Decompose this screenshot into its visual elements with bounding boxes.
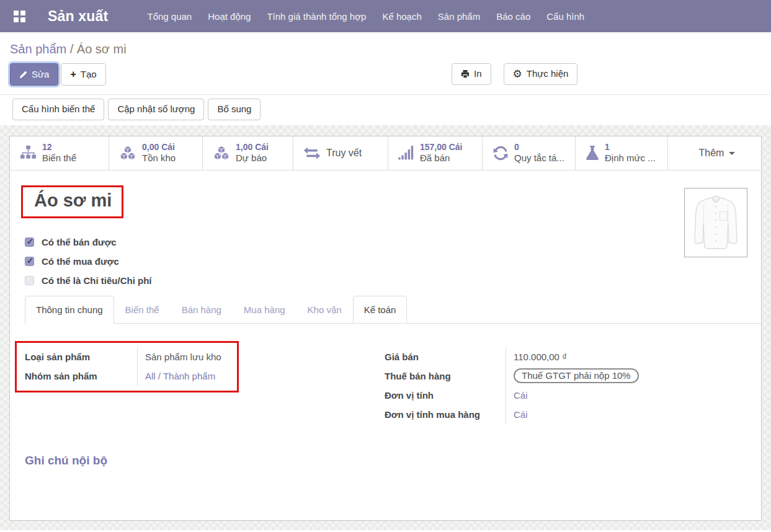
secondary-button-row: Cấu hình biến thể Cập nhật số lượng Bổ s… xyxy=(0,95,771,125)
stat-label: Đã bán xyxy=(420,153,463,164)
stat-value: 0,00 Cái xyxy=(142,142,176,153)
customer-tax-label: Thuế bán hàng xyxy=(385,371,506,381)
action-button-row: Sửa + Tạo In ⚙ Thực hiện xyxy=(0,58,771,94)
breadcrumb-separator: / xyxy=(66,42,77,56)
product-form-sheet: 12 Biến thể 0,00 Cái Tồn kho xyxy=(9,136,762,521)
stat-value: 0 xyxy=(514,142,564,153)
product-type-label: Loại sản phẩm xyxy=(25,352,137,362)
fields-annotation-box: Loại sản phẩm Sản phẩm lưu kho Nhóm sản … xyxy=(15,341,239,392)
action-gear-button[interactable]: ⚙ Thực hiện xyxy=(504,63,578,85)
product-type-row: Loại sản phẩm Sản phẩm lưu kho xyxy=(25,347,237,366)
stat-label: Quy tắc tá... xyxy=(514,153,564,164)
create-button-label: Tạo xyxy=(81,69,97,81)
product-checkbox[interactable] xyxy=(25,237,34,247)
breadcrumb-parent[interactable]: Sản phẩm xyxy=(10,42,66,56)
tax-tag[interactable]: Thuế GTGT phải nộp 10% xyxy=(514,368,639,383)
breadcrumb-current: Áo sơ mi xyxy=(77,42,127,56)
product-title[interactable]: Áo sơ mi xyxy=(34,190,112,211)
product-type-value: Sản phẩm lưu kho xyxy=(137,347,237,366)
stat-onhand-button[interactable]: 0,00 Cái Tồn kho xyxy=(109,136,203,170)
gear-icon: ⚙ xyxy=(513,69,522,79)
plus-icon: + xyxy=(70,68,76,81)
edit-button-label: Sửa xyxy=(32,69,49,81)
tab-general-info[interactable]: Thông tin chung xyxy=(25,296,114,324)
configure-variants-button[interactable]: Cấu hình biến thể xyxy=(12,99,104,120)
apps-grid-icon[interactable] xyxy=(14,11,25,22)
edit-button[interactable]: Sửa xyxy=(10,63,58,86)
stat-bom-button[interactable]: 1 Định mức ... xyxy=(576,136,668,170)
purchase-uom-value[interactable]: Cái xyxy=(506,405,746,424)
tab-variants[interactable]: Biến thể xyxy=(114,296,171,324)
more-dropdown-label: Thêm xyxy=(699,148,724,159)
checkbox-label: Có thể là Chi tiêu/Chi phí xyxy=(42,275,152,286)
create-button[interactable]: + Tạo xyxy=(61,63,105,86)
more-dropdown-button[interactable]: Thêm xyxy=(668,136,761,170)
cubes-icon xyxy=(213,144,230,162)
sales-price-row: Giá bán 110.000,00 ₫ xyxy=(385,347,746,366)
product-category-row: Nhóm sản phẩm All / Thành phẩm xyxy=(25,366,237,386)
stat-forecast-button[interactable]: 1,00 Cái Dự báo xyxy=(203,136,293,170)
product-category-value[interactable]: All / Thành phẩm xyxy=(137,366,237,386)
flask-icon xyxy=(586,145,599,161)
bar-chart-icon xyxy=(398,146,414,161)
product-category-label: Nhóm sản phẩm xyxy=(25,371,137,381)
menu-item-operations[interactable]: Hoạt động xyxy=(200,0,259,32)
tab-accounting[interactable]: Kế toán xyxy=(353,296,408,324)
stat-label: Tồn kho xyxy=(142,153,176,164)
tab-sales[interactable]: Bán hàng xyxy=(171,296,233,324)
stat-sold-button[interactable]: 157,00 Cái Đã bán xyxy=(388,136,483,170)
menu-item-costing[interactable]: Tính giá thành tổng hợp xyxy=(259,0,374,32)
can-be-sold-row[interactable]: Có thể bán được xyxy=(25,233,746,252)
menu-item-settings[interactable]: Cấu hình xyxy=(538,0,592,32)
general-info-fields: Loại sản phẩm Sản phẩm lưu kho Nhóm sản … xyxy=(25,347,746,424)
print-button[interactable]: In xyxy=(452,63,491,85)
menu-item-reporting[interactable]: Báo cáo xyxy=(488,0,538,32)
stat-value: 1,00 Cái xyxy=(236,142,269,153)
can-be-expensed-row[interactable]: Có thể là Chi tiêu/Chi phí xyxy=(25,271,746,290)
page-background: 12 Biến thể 0,00 Cái Tồn kho xyxy=(0,125,771,530)
stat-label: Truy vết xyxy=(326,147,362,159)
stat-label: Định mức ... xyxy=(605,153,656,164)
menu-item-planning[interactable]: Kế hoạch xyxy=(374,0,429,32)
exchange-icon xyxy=(303,147,321,159)
stat-traceability-button[interactable]: Truy vết xyxy=(293,136,388,170)
replenish-button[interactable]: Bổ sung xyxy=(208,99,261,120)
purchase-uom-label: Đơn vị tính mua hàng xyxy=(385,409,506,420)
main-menu: Tổng quan Hoạt động Tính giá thành tổng … xyxy=(139,0,592,32)
caret-down-icon xyxy=(729,152,735,155)
uom-label: Đơn vị tính xyxy=(385,390,506,401)
app-title[interactable]: Sản xuất xyxy=(48,8,108,25)
control-panel: Sản phẩm / Áo sơ mi Sửa + Tạo In xyxy=(0,32,771,125)
sheet-body: Áo sơ mi xyxy=(10,171,761,468)
sales-price-value: 110.000,00 ₫ xyxy=(506,347,746,366)
stat-variants-button[interactable]: 12 Biến thể xyxy=(10,136,109,170)
product-checkbox[interactable] xyxy=(25,276,34,285)
can-be-purchased-row[interactable]: Có thể mua được xyxy=(25,252,746,271)
stat-label: Dự báo xyxy=(236,153,269,164)
uom-value[interactable]: Cái xyxy=(506,386,746,405)
notebook-tabs: Thông tin chung Biến thể Bán hàng Mua hà… xyxy=(25,296,761,324)
stat-value: 157,00 Cái xyxy=(420,142,463,153)
tab-inventory[interactable]: Kho vận xyxy=(296,296,353,324)
checkbox-label: Có thể mua được xyxy=(42,256,119,267)
purchase-uom-row: Đơn vị tính mua hàng Cái xyxy=(385,405,746,424)
product-flags: Có thể bán được Có thể mua được Có thể l… xyxy=(25,233,746,290)
update-quantity-button[interactable]: Cập nhật số lượng xyxy=(108,99,204,120)
product-checkbox[interactable] xyxy=(25,257,34,266)
title-annotation-box: Áo sơ mi xyxy=(21,185,123,218)
pencil-icon xyxy=(19,71,27,79)
stat-label: Biến thể xyxy=(42,153,76,164)
action-gear-button-label: Thực hiện xyxy=(527,68,569,80)
sitemap-icon xyxy=(20,145,37,161)
menu-item-products[interactable]: Sản phẩm xyxy=(430,0,488,32)
menu-item-overview[interactable]: Tổng quan xyxy=(139,0,200,32)
sales-price-label: Giá bán xyxy=(385,352,506,362)
top-navbar: Sản xuất Tổng quan Hoạt động Tính giá th… xyxy=(0,0,771,32)
uom-row: Đơn vị tính Cái xyxy=(385,386,746,405)
checkbox-label: Có thể bán được xyxy=(42,237,117,247)
product-image[interactable] xyxy=(684,188,747,257)
print-button-label: In xyxy=(474,68,482,80)
tab-purchase[interactable]: Mua hàng xyxy=(233,296,296,324)
shirt-image xyxy=(687,191,744,254)
stat-reordering-rules-button[interactable]: 0 Quy tắc tá... xyxy=(483,136,576,170)
